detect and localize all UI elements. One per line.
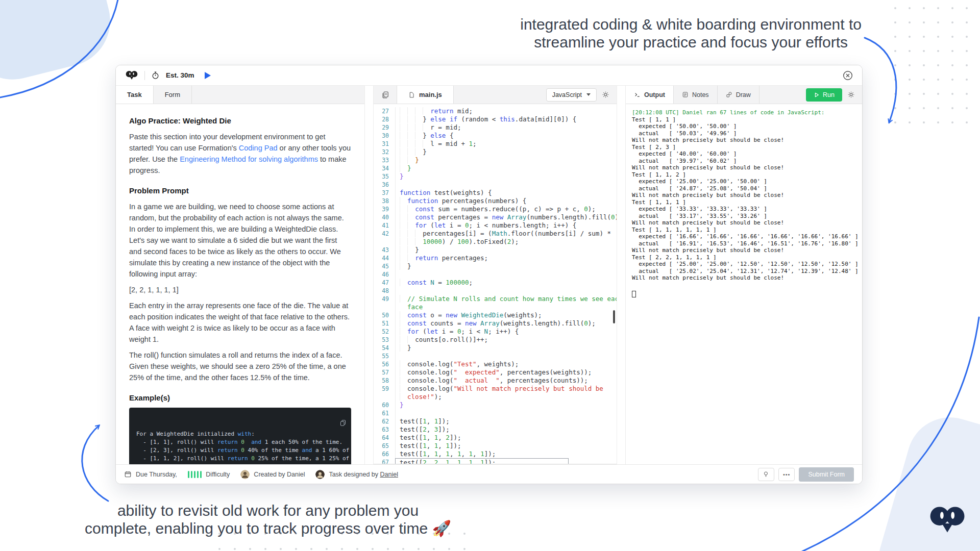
code-line[interactable]: 50 const o = new WeightedDie(weights);	[374, 311, 617, 319]
code-line[interactable]: 52 for (let i = 0; i < N; i++) {	[374, 328, 617, 336]
code-line[interactable]: 55	[374, 352, 617, 360]
code-line[interactable]: 61	[374, 409, 617, 417]
console-line: actual [ '50.03', '49.96' ]	[632, 130, 856, 137]
console-line: expected [ '25.00', '25.00', '50.00' ]	[632, 178, 856, 185]
console-line: expected [ '16.66', '16.66', '16.66', '1…	[632, 233, 856, 240]
code-line[interactable]: 53 counts[o.roll()]++;	[374, 336, 617, 344]
file-icon	[408, 91, 415, 98]
tab-form[interactable]: Form	[154, 86, 192, 104]
code-line[interactable]: 47 const N = 100000;	[374, 279, 617, 287]
code-line[interactable]: 33 }	[374, 156, 617, 164]
arrow-top-right	[865, 38, 896, 122]
annotation-line: complete, enabling you to track progress…	[82, 519, 454, 537]
code-line[interactable]: 45 }	[374, 262, 617, 270]
console-line: actual [ '33.17', '33.55', '33.26' ]	[632, 213, 856, 220]
copy-icon[interactable]	[292, 411, 347, 437]
code-line[interactable]: 27 return mid;	[374, 107, 617, 115]
console-line: [20:12:08 UTC] Daniel ran 67 lines of co…	[632, 109, 856, 116]
close-icon[interactable]	[843, 70, 853, 81]
code-line[interactable]: 41 for (let i = 0; i < numbers.length; i…	[374, 221, 617, 230]
code-line[interactable]: 35}	[374, 172, 617, 181]
code-line[interactable]: 29 r = mid;	[374, 123, 617, 132]
language-value: JavaScript	[552, 91, 582, 98]
code-line[interactable]: 42 percentages[i] = (Math.floor((numbers…	[374, 230, 617, 238]
difficulty-bars	[188, 471, 202, 478]
code-line[interactable]: 66test([1, 1, 1, 1, 1, 1]);	[374, 450, 617, 458]
code-line[interactable]: 67test([2, 2, 1, 1, 1, 1]);	[374, 458, 617, 464]
console-line: expected [ '33.33', '33.33', '33.33' ]	[632, 206, 856, 213]
code-line[interactable]: 43 }	[374, 246, 617, 254]
code-line[interactable]: 38 function percentages(numbers) {	[374, 197, 617, 205]
created-by-group: Created by Daniel	[240, 470, 305, 479]
footer-actions: ••• Submit Form	[758, 467, 854, 482]
code-line[interactable]: 62test([1, 1]);	[374, 417, 617, 425]
console-line: Test [ 1, 1 ]	[632, 116, 856, 123]
code-line[interactable]: 31 l = mid + 1;	[374, 140, 617, 148]
more-options-button[interactable]: •••	[778, 468, 795, 481]
code-line[interactable]: face	[374, 303, 617, 311]
code-line[interactable]: 57 console.log(" expected", percentages(…	[374, 368, 617, 377]
tab-draw[interactable]: Draw	[718, 86, 760, 104]
difficulty-label: Difficulty	[206, 471, 230, 478]
code-line[interactable]: 54 }	[374, 344, 617, 352]
start-timer-button[interactable]	[205, 72, 211, 79]
tab-label: Task	[127, 91, 142, 98]
estimated-time-label: Est. 30m	[166, 71, 194, 79]
code-line[interactable]: 39 const sum = numbers.reduce((p, c) => …	[374, 205, 617, 213]
tab-output[interactable]: Output	[626, 86, 674, 104]
submit-form-button[interactable]: Submit Form	[799, 467, 854, 482]
tab-label: Draw	[736, 91, 751, 98]
code-line[interactable]: 59 console.log("Will not match precisely…	[374, 385, 617, 393]
creator-avatar	[240, 470, 250, 479]
code-line[interactable]: 58 console.log(" actual ", percentages(c…	[374, 377, 617, 385]
console-line: Test [ 1, 1, 1 ]	[632, 199, 856, 206]
arrow-bottom-left	[82, 425, 108, 501]
console-line: actual [ '25.02', '25.04', '12.31', '12.…	[632, 268, 856, 275]
tab-mainjs[interactable]: main.js	[397, 86, 454, 104]
code-line[interactable]: 40 const percentages = new Array(numbers…	[374, 213, 617, 221]
tab-task[interactable]: Task	[116, 86, 154, 104]
code-line[interactable]: 60}	[374, 401, 617, 409]
code-line[interactable]: 28 } else if (random < this.data[mid][0]…	[374, 115, 617, 123]
console-line: expected [ '25.00', '25.00', '12.50', '1…	[632, 261, 856, 268]
code-line[interactable]: 51 const counts = new Array(weights.leng…	[374, 319, 617, 328]
inline-link[interactable]: Engineering Method for solving algorithm…	[180, 155, 318, 163]
code-line[interactable]: 34 }	[374, 164, 617, 172]
file-tree-toggle[interactable]	[374, 86, 397, 104]
code-line[interactable]: 30 } else {	[374, 132, 617, 140]
code-line[interactable]: 49 // Simulate N rolls and count how man…	[374, 295, 617, 303]
code-line[interactable]: 10000) / 100).toFixed(2);	[374, 238, 617, 246]
code-line[interactable]: 46	[374, 270, 617, 279]
hint-lightbulb-button[interactable]	[758, 468, 774, 481]
code-lines[interactable]: 27 return mid;28 } else if (random < thi…	[374, 107, 617, 464]
code-line[interactable]: 65test([1, 1, 1]);	[374, 442, 617, 450]
stopwatch-icon	[151, 71, 160, 80]
tab-notes[interactable]: Notes	[674, 86, 718, 104]
annotation-bottom-left: ability to revisit old work for any prob…	[82, 502, 454, 537]
console-line: Will not match precisely but should be c…	[632, 192, 856, 199]
code-line[interactable]: 36	[374, 181, 617, 189]
code-line[interactable]: 56 console.log("Test", weights);	[374, 360, 617, 368]
tab-label: Form	[165, 91, 180, 98]
formation-owl-logo-small	[125, 70, 138, 81]
due-date-label: Due Thursday,	[136, 471, 177, 478]
language-select[interactable]: JavaScript	[546, 88, 597, 102]
inline-link[interactable]: Coding Pad	[239, 144, 278, 152]
editor-scrollbar-handle[interactable]	[613, 310, 615, 323]
code-line[interactable]: 48	[374, 287, 617, 295]
output-settings-gear-icon[interactable]	[847, 91, 855, 98]
code-line[interactable]: 44 return percentages;	[374, 254, 617, 262]
designer-name-link[interactable]: Daniel	[380, 471, 398, 478]
code-line[interactable]: 32 }	[374, 148, 617, 156]
code-line[interactable]: 63test([2, 3]);	[374, 425, 617, 434]
code-line[interactable]: 64test([1, 1, 2]);	[374, 434, 617, 442]
code-editor-area[interactable]: 27 return mid;28 } else if (random < thi…	[374, 104, 617, 464]
code-line[interactable]: close!");	[374, 393, 617, 401]
editor-settings-gear-icon[interactable]	[602, 91, 609, 98]
code-line[interactable]: 37function test(weights) {	[374, 189, 617, 197]
designed-by-group: Task designed by Daniel	[315, 470, 398, 479]
run-button[interactable]: Run	[806, 88, 842, 102]
terminal-icon	[634, 91, 641, 98]
due-date-group: Due Thursday,	[124, 470, 177, 478]
task-panel-tabs: Task Form	[116, 86, 364, 104]
